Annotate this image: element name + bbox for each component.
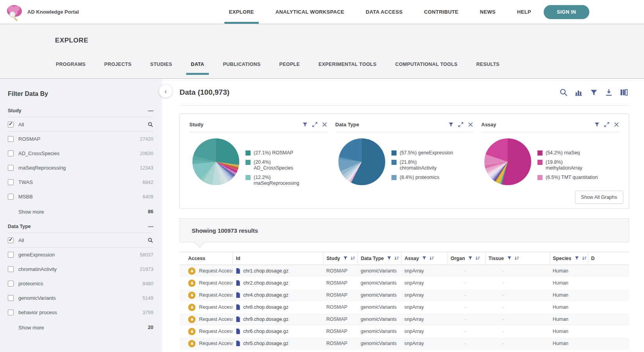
table-row[interactable]: Request Access chr4.chop.dosage.gz ROSMA… <box>180 289 629 301</box>
column-header[interactable]: Access <box>185 252 233 265</box>
filter-icon[interactable] <box>575 256 579 261</box>
filter-icon[interactable] <box>468 256 473 261</box>
filter-icon[interactable] <box>422 256 427 261</box>
tab-programs[interactable]: PROGRAMS <box>55 58 86 75</box>
request-access-link[interactable]: Request Access <box>199 329 233 334</box>
filter-item[interactable]: MSBB 6409 <box>8 189 153 204</box>
nav-item-data-access[interactable]: DATA ACCESS <box>364 0 404 23</box>
table-row[interactable]: Request Access chr2.chop.dosage.gz ROSMA… <box>180 277 629 289</box>
data-type-pie-chart[interactable] <box>338 138 385 185</box>
nav-item-news[interactable]: NEWS <box>479 0 497 23</box>
download-icon[interactable] <box>605 88 613 97</box>
filter-item[interactable]: chromatinActivity 21973 <box>8 262 153 276</box>
tab-computational-tools[interactable]: COMPUTATIONAL TOOLS <box>395 58 459 75</box>
nav-item-help[interactable]: HELP <box>516 0 533 23</box>
sidebar-collapse-button[interactable]: ‹ <box>159 84 173 98</box>
collapse-section-icon[interactable]: — <box>148 223 153 230</box>
table-row[interactable]: Request Access chr6.chop.dosage.gz ROSMA… <box>180 325 629 338</box>
show-more-data-type[interactable]: Show more 20 <box>8 320 153 335</box>
column-header[interactable]: Tissue <box>485 252 550 265</box>
sort-icon[interactable] <box>429 256 434 261</box>
search-icon[interactable] <box>148 237 153 243</box>
tab-experimental-tools[interactable]: EXPERIMENTAL TOOLS <box>318 58 377 75</box>
show-all-graphs-button[interactable]: Show All Graphs <box>575 191 623 204</box>
filter-icon[interactable] <box>302 122 308 127</box>
expand-icon[interactable] <box>458 122 464 127</box>
filter-item[interactable]: geneExpression 58037 <box>8 248 153 262</box>
tab-results[interactable]: RESULTS <box>475 58 500 75</box>
filter-icon[interactable] <box>448 122 454 127</box>
close-icon[interactable] <box>614 122 619 127</box>
column-header[interactable]: Data Type <box>358 252 401 265</box>
file-id-link[interactable]: chr2.chop.dosage.gz <box>243 280 288 286</box>
checkbox-unchecked[interactable] <box>8 165 14 171</box>
bar-chart-icon[interactable] <box>575 88 583 97</box>
filter-item[interactable]: genomicVariants 5149 <box>8 291 153 305</box>
file-id-link[interactable]: chr4.chop.dosage.gz <box>243 292 288 298</box>
filter-item[interactable]: AD_CrossSpecies 20630 <box>8 146 153 161</box>
sort-icon[interactable] <box>394 256 399 261</box>
filter-item[interactable]: ROSMAP 27420 <box>8 132 153 146</box>
close-icon[interactable] <box>322 122 327 127</box>
table-row[interactable]: Request Access chr3.chop.dosage.gz ROSMA… <box>180 350 629 352</box>
checkbox-unchecked[interactable] <box>8 281 14 287</box>
filter-item[interactable]: proteomics 8480 <box>8 276 153 291</box>
expand-icon[interactable] <box>604 122 610 127</box>
checkbox-unchecked[interactable] <box>8 295 14 301</box>
search-icon[interactable] <box>148 122 153 127</box>
expand-icon[interactable] <box>312 122 318 127</box>
tab-data[interactable]: DATA <box>190 58 205 75</box>
request-access-link[interactable]: Request Access <box>199 304 233 310</box>
nav-item-analytical-workspace[interactable]: ANALYTICAL WORKSPACE <box>274 0 346 23</box>
nav-item-explore[interactable]: EXPLORE <box>228 0 256 23</box>
table-row[interactable]: Request Access chr1.chop.dosage.gz ROSMA… <box>180 265 629 277</box>
column-header[interactable]: Study <box>323 252 358 265</box>
collapse-section-icon[interactable]: — <box>148 108 153 114</box>
nav-item-contribute[interactable]: CONTRIBUTE <box>422 0 460 23</box>
column-header[interactable]: Id <box>233 252 323 265</box>
sort-icon[interactable] <box>582 256 587 261</box>
filter-icon[interactable] <box>594 122 600 127</box>
tab-studies[interactable]: STUDIES <box>149 58 173 75</box>
filter-icon[interactable] <box>343 256 348 261</box>
file-id-link[interactable]: chr5.chop.dosage.gz <box>243 341 288 346</box>
columns-icon[interactable] <box>620 88 629 97</box>
file-id-link[interactable]: chr9.chop.dosage.gz <box>243 317 288 322</box>
checkbox-unchecked[interactable] <box>8 252 14 258</box>
table-row[interactable]: Request Access chr9.chop.dosage.gz ROSMA… <box>180 313 629 325</box>
checkbox-unchecked[interactable] <box>8 150 14 156</box>
tab-people[interactable]: PEOPLE <box>279 58 301 75</box>
checkbox-checked[interactable] <box>8 122 14 127</box>
file-id-link[interactable]: chr6.chop.dosage.gz <box>243 329 288 334</box>
request-access-link[interactable]: Request Access <box>199 280 233 286</box>
checkbox-unchecked[interactable] <box>8 179 14 185</box>
sort-icon[interactable] <box>350 256 356 261</box>
close-icon[interactable] <box>468 122 473 127</box>
checkbox-unchecked[interactable] <box>8 194 14 200</box>
brand[interactable]: AD Knowledge Portal <box>5 4 79 20</box>
tab-projects[interactable]: PROJECTS <box>103 58 132 75</box>
checkbox-unchecked[interactable] <box>8 266 14 272</box>
filter-icon[interactable] <box>590 88 598 97</box>
file-id-link[interactable]: chr1.chop.dosage.gz <box>243 268 288 274</box>
column-header[interactable]: Assay <box>401 252 447 265</box>
filter-icon[interactable] <box>387 256 391 261</box>
sort-icon[interactable] <box>514 256 519 261</box>
request-access-link[interactable]: Request Access <box>199 341 233 346</box>
table-row[interactable]: Request Access chr5.chop.dosage.gz ROSMA… <box>180 338 629 350</box>
column-header[interactable]: Species <box>550 252 588 265</box>
sign-in-button[interactable]: SIGN IN <box>544 5 589 19</box>
filter-item[interactable]: behavior process 3799 <box>8 305 153 320</box>
checkbox-unchecked[interactable] <box>8 310 14 315</box>
filter-all-row[interactable]: All <box>8 233 153 248</box>
column-header[interactable]: Organ <box>447 252 485 265</box>
checkbox-checked[interactable] <box>8 237 14 243</box>
checkbox-unchecked[interactable] <box>8 136 14 142</box>
request-access-link[interactable]: Request Access <box>199 292 233 298</box>
search-icon[interactable] <box>559 88 568 97</box>
filter-item[interactable]: rnaSeqReprocessing 12343 <box>8 161 153 175</box>
filter-icon[interactable] <box>507 256 512 261</box>
filter-all-row[interactable]: All <box>8 117 153 132</box>
assay-pie-chart[interactable] <box>484 138 531 185</box>
request-access-link[interactable]: Request Access <box>199 268 233 274</box>
